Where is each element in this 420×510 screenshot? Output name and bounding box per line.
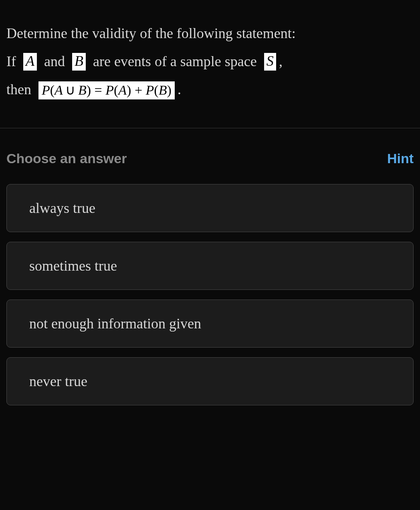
question-text: Determine the validity of the following …	[6, 19, 414, 104]
hint-link[interactable]: Hint	[387, 151, 414, 166]
math-var-s: S	[264, 53, 276, 70]
answer-option-2[interactable]: not enough information given	[6, 300, 414, 348]
choose-answer-label: Choose an answer	[6, 151, 127, 166]
phrase-are-events: are events of a sample space	[93, 53, 257, 69]
word-and: and	[44, 53, 65, 69]
answer-header: Choose an answer Hint	[6, 151, 414, 166]
math-var-b: B	[72, 53, 86, 70]
period: .	[178, 81, 181, 97]
answer-area: Choose an answer Hint always true someti…	[0, 128, 420, 405]
question-area: Determine the validity of the following …	[0, 0, 420, 128]
comma: ,	[279, 53, 283, 69]
math-var-a: A	[23, 53, 37, 70]
word-then: then	[6, 81, 31, 97]
answer-option-3[interactable]: never true	[6, 357, 414, 405]
question-intro: Determine the validity of the following …	[6, 25, 296, 41]
answer-option-0[interactable]: always true	[6, 184, 414, 232]
math-equation: P(A ∪ B) = P(A) + P(B)	[38, 81, 175, 99]
answer-option-1[interactable]: sometimes true	[6, 242, 414, 290]
word-if: If	[6, 53, 16, 69]
